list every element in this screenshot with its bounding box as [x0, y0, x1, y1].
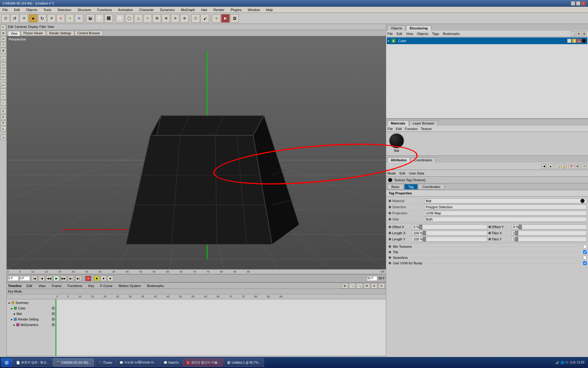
sub-menu-cameras[interactable]: Cameras	[14, 25, 27, 29]
menu-functions[interactable]: Functions	[96, 7, 113, 12]
tl-menu-key[interactable]: Key	[87, 283, 96, 288]
offset-x-slider[interactable]	[419, 225, 422, 229]
taskbar-btn-6[interactable]: 🔴 경진단 합산이 더불...	[183, 358, 223, 367]
attr-edit[interactable]: Edit	[400, 171, 405, 175]
tiles-y-slider[interactable]	[515, 237, 518, 241]
obj-expand-icon[interactable]: ⊞	[582, 31, 587, 36]
menu-render[interactable]: Render	[212, 7, 226, 12]
attr-sub-tab-coordinates[interactable]: Coordinates	[418, 184, 444, 190]
tl-item-summary[interactable]: ▸ Summary	[7, 300, 55, 305]
obj-filter-icon[interactable]: ⚙	[576, 31, 581, 36]
menu-selection[interactable]: Selection	[56, 7, 73, 12]
record-btn[interactable]: ●	[85, 276, 91, 281]
attr-up-btn[interactable]: ▲	[548, 164, 553, 169]
menu-animation[interactable]: Animation	[117, 7, 134, 12]
left-tool-4[interactable]: ↗	[1, 42, 6, 48]
prop-tiles-y-value[interactable]: 1	[512, 237, 587, 242]
prop-length-y-value[interactable]: 100 %	[412, 237, 487, 242]
taskbar-network-icon[interactable]: 🌐	[560, 361, 564, 364]
left-tool-1[interactable]: ↖	[1, 25, 6, 30]
tab-attributes[interactable]: Attributes	[387, 157, 410, 163]
play-reverse-btn[interactable]: ◀◀	[46, 276, 52, 281]
prop-tiles-x-value[interactable]: 1	[512, 231, 587, 236]
left-tool-5[interactable]: ⊞	[1, 48, 6, 53]
tl-item-modynamics[interactable]: ▸ MoDynamics	[7, 322, 55, 328]
tl-btn-4[interactable]: ⊕	[364, 283, 370, 289]
toolbar-snap[interactable]: ⊹	[212, 14, 221, 23]
prop-selection-value[interactable]: Polygon Selection	[424, 205, 587, 209]
toolbar-obj5[interactable]: ⊞	[153, 14, 161, 23]
attr-sub-tab-basic[interactable]: Basic	[387, 184, 404, 190]
taskbar-volume-icon[interactable]: 🔊	[556, 361, 559, 364]
cube-mat-dot[interactable]	[582, 39, 586, 43]
tab-materials[interactable]: Materials	[387, 121, 409, 126]
tl-btn-1[interactable]: ⊞	[342, 283, 348, 289]
toolbar-select[interactable]: ⬡	[191, 14, 200, 23]
length-y-slider[interactable]	[423, 237, 426, 241]
tiles-x-slider[interactable]	[515, 231, 518, 235]
taskbar-btn-3[interactable]: 🎵 iTunes	[95, 358, 115, 367]
toolbar-x-axis[interactable]: ⊗	[56, 14, 65, 23]
tab-view[interactable]: View	[8, 31, 20, 36]
goto-end-btn[interactable]: ▶|	[75, 276, 81, 281]
left-tool-8[interactable]: ◻	[1, 68, 6, 74]
toolbar-cursor[interactable]: ✛	[20, 14, 28, 23]
tab-structuring[interactable]: Structuring	[406, 25, 431, 31]
tab-render-settings[interactable]: Render Settings	[47, 31, 74, 36]
tl-item-render[interactable]: ▸ Render Setting	[7, 316, 55, 322]
menu-plugins[interactable]: Plugins	[229, 7, 243, 12]
attr-pin-btn[interactable]: 📌	[568, 164, 573, 169]
tab-coordinates[interactable]: Coordinates	[411, 157, 435, 163]
left-tool-9[interactable]: ⊶	[1, 74, 6, 79]
tl-btn-6[interactable]: ⊡	[379, 283, 385, 289]
menu-character[interactable]: Character	[138, 7, 155, 12]
minimize-button[interactable]: _	[571, 1, 575, 6]
close-button[interactable]: ×	[581, 1, 586, 6]
tab-content-browser[interactable]: Content Browser	[75, 31, 103, 36]
tab-picture-viewer[interactable]: Picture Viewer	[21, 31, 46, 36]
obj-menu-objects[interactable]: Objects	[417, 32, 428, 36]
left-tool-14[interactable]: ⊻	[1, 109, 6, 114]
cube-vis-toggle[interactable]: ●	[567, 39, 571, 43]
mat-menu-function[interactable]: Function	[405, 127, 418, 131]
toolbar-paint[interactable]: 🖌	[201, 14, 209, 23]
seamless-checkbox[interactable]	[583, 256, 587, 259]
obj-menu-edit[interactable]: Edit	[397, 32, 402, 36]
offset-y-slider[interactable]	[519, 225, 522, 229]
tab-layer-browser[interactable]: Layer Browser	[409, 121, 438, 126]
tl-menu-bookmarks[interactable]: Bookmarks	[146, 283, 165, 288]
left-tool-18[interactable]: ⊿	[1, 135, 6, 140]
mat-menu-file[interactable]: File	[387, 127, 393, 131]
menu-tools[interactable]: Tools	[42, 7, 53, 12]
left-tool-10[interactable]: ⊷	[1, 82, 6, 88]
prop-material-value[interactable]: Mat	[424, 198, 587, 203]
left-tool-3[interactable]: ⊙	[1, 36, 6, 42]
taskbar-btn-4[interactable]: 💬 리브한-뉴8]Excuse m...	[116, 358, 160, 367]
toolbar-render-btn[interactable]: ▶	[221, 14, 230, 23]
obj-menu-tags[interactable]: Tags	[432, 32, 439, 36]
obj-menu-file[interactable]: File	[387, 32, 393, 36]
sub-menu-display[interactable]: Display	[28, 25, 38, 29]
attr-lock-btn[interactable]: 🔒	[562, 164, 567, 169]
length-x-slider[interactable]	[423, 231, 426, 235]
mix-textures-checkbox[interactable]	[583, 245, 587, 248]
attr-sub-tab-tag[interactable]: Tag	[404, 184, 418, 190]
left-tool-12[interactable]: ⊹	[1, 94, 6, 100]
toolbar-obj2[interactable]: ◯	[125, 14, 134, 23]
left-tool-16[interactable]: ⊽	[1, 120, 6, 126]
tab-objects[interactable]: Objects	[387, 25, 405, 31]
tl-menu-frame[interactable]: Frame	[51, 283, 63, 288]
object-row-cube[interactable]: ▸ ■ Cube ● ✦ ▲	[387, 37, 587, 44]
menu-objects[interactable]: Objects	[25, 7, 39, 12]
left-tool-7[interactable]: ⬡	[1, 62, 6, 68]
timeline-tracks[interactable]	[56, 299, 386, 356]
use-uvw-checkbox[interactable]	[583, 261, 587, 265]
taskbar-btn-5[interactable]: 💬 NateOn	[160, 358, 182, 367]
tl-btn-2[interactable]: 🔍	[349, 283, 355, 289]
toolbar-obj4[interactable]: ☆	[143, 14, 152, 23]
tl-menu-edit[interactable]: Edit	[25, 283, 33, 288]
attr-back-btn[interactable]: ◀	[541, 164, 546, 169]
tl-menu-view[interactable]: View	[37, 283, 47, 288]
prev-frame-btn[interactable]: ◀	[39, 276, 45, 281]
left-tool-13[interactable]: ⊺	[1, 100, 6, 105]
